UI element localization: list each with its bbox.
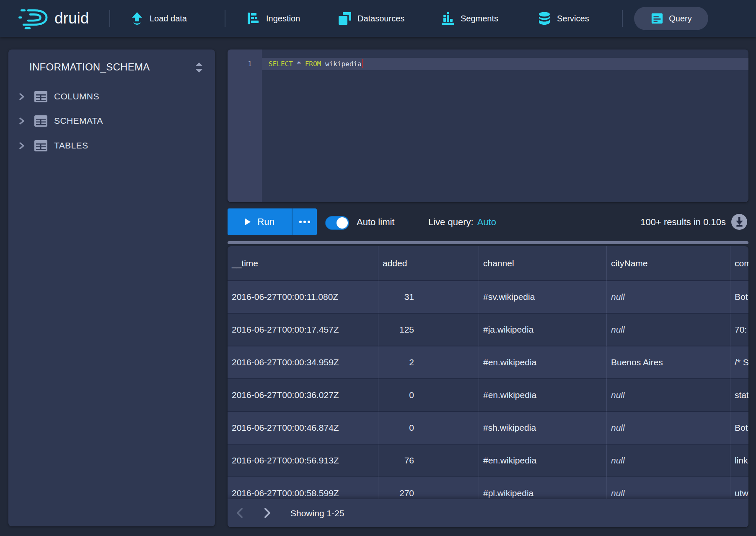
- brand-wordmark: druid: [54, 10, 89, 27]
- table-cell[interactable]: link: [730, 445, 748, 477]
- download-results-button[interactable]: [731, 214, 747, 230]
- double-caret-vertical-icon[interactable]: [194, 62, 204, 73]
- chevron-right-icon[interactable]: [18, 93, 25, 100]
- table-cell[interactable]: 125: [378, 314, 479, 346]
- table-cell[interactable]: Buenos Aires: [607, 346, 730, 379]
- nav-item-query-active[interactable]: Query: [634, 7, 708, 30]
- pagination-footer: Showing 1-25: [228, 499, 748, 527]
- table-cell[interactable]: 2: [378, 346, 479, 379]
- table-cell[interactable]: 2016-06-27T00:00:36.027Z: [228, 379, 378, 412]
- nav-item-label: Segments: [461, 14, 498, 23]
- table-cell[interactable]: 2016-06-27T00:00:11.080Z: [228, 281, 378, 314]
- chevron-right-icon[interactable]: [18, 117, 25, 125]
- auto-limit-toggle[interactable]: [325, 216, 349, 230]
- table-cell[interactable]: #sh.wikipedia: [479, 412, 607, 445]
- bar-chart-icon: [441, 11, 455, 26]
- results-body: 2016-06-27T00:00:11.080Z31#sv.wikipedian…: [228, 281, 748, 510]
- table-row: 2016-06-27T00:00:46.874Z0#sh.wikipedianu…: [228, 412, 748, 445]
- schema-title: INFORMATION_SCHEMA: [29, 61, 150, 73]
- table-cell[interactable]: 2016-06-27T00:00:56.913Z: [228, 445, 378, 477]
- table-cell[interactable]: #sv.wikipedia: [479, 281, 607, 314]
- sidebar-item-label: COLUMNS: [54, 91, 99, 101]
- run-bar: Run Auto limit Live query: Auto 100+ res…: [0, 202, 756, 246]
- previous-page-button[interactable]: [232, 505, 247, 520]
- table-cell[interactable]: 2016-06-27T00:00:46.874Z: [228, 412, 378, 445]
- navbar-separator: [109, 10, 110, 27]
- table-cell[interactable]: null: [607, 445, 730, 477]
- run-more-options-button[interactable]: [292, 208, 317, 235]
- table-cell[interactable]: null: [607, 314, 730, 346]
- table-cell[interactable]: 31: [378, 281, 479, 314]
- live-query-value[interactable]: Auto: [477, 217, 496, 228]
- table-cell[interactable]: #en.wikipedia: [479, 379, 607, 412]
- sql-query-text[interactable]: SELECT * FROM wikipedia: [269, 58, 363, 70]
- column-header-channel[interactable]: channel: [479, 246, 607, 281]
- results-header-row: __timeaddedchannelcityNamecomment: [228, 246, 748, 281]
- table-cell[interactable]: #en.wikipedia: [479, 445, 607, 477]
- sidebar-item-columns[interactable]: COLUMNS: [8, 87, 215, 106]
- live-query-control: Live query: Auto: [428, 202, 496, 242]
- table-cell[interactable]: stat: [730, 379, 748, 412]
- nav-item-segments[interactable]: Segments: [441, 0, 498, 37]
- query-results-panel: __timeaddedchannelcityNamecomment 2016-0…: [228, 246, 748, 527]
- table-cell[interactable]: null: [607, 281, 730, 314]
- nav-item-label: Services: [557, 14, 589, 23]
- table-cell[interactable]: #en.wikipedia: [479, 346, 607, 379]
- table-cell[interactable]: null: [607, 379, 730, 412]
- table-row: 2016-06-27T00:00:17.457Z125#ja.wikipedia…: [228, 314, 748, 346]
- table-cell[interactable]: #ja.wikipedia: [479, 314, 607, 346]
- table-cell[interactable]: 70:: [730, 314, 748, 346]
- sql-editor[interactable]: 1 SELECT * FROM wikipedia: [228, 49, 748, 202]
- column-header-added[interactable]: added: [378, 246, 479, 281]
- nav-item-services[interactable]: Services: [537, 0, 589, 37]
- table-cell[interactable]: 0: [378, 412, 479, 445]
- table-cell[interactable]: 0: [378, 379, 479, 412]
- run-button[interactable]: Run: [228, 208, 292, 235]
- sql-star: *: [297, 60, 301, 68]
- table-cell[interactable]: /* S: [730, 346, 748, 379]
- dot: [299, 221, 302, 223]
- nav-item-datasources[interactable]: Datasources: [338, 0, 404, 37]
- table-icon: [34, 115, 47, 127]
- next-page-button[interactable]: [260, 505, 275, 520]
- table-cell[interactable]: 76: [378, 445, 479, 477]
- sidebar-item-schemata[interactable]: SCHEMATA: [8, 111, 215, 130]
- druid-brand[interactable]: druid: [18, 6, 89, 30]
- navbar-separator: [622, 10, 623, 27]
- navbar-separator: [225, 10, 225, 27]
- schema-sidebar: INFORMATION_SCHEMA COLUMNS SCHEMATA TABL…: [8, 49, 215, 526]
- table-cell[interactable]: null: [607, 412, 730, 445]
- nav-item-label: Ingestion: [266, 14, 300, 23]
- column-header-cityName[interactable]: cityName: [607, 246, 730, 281]
- database-icon: [537, 11, 551, 26]
- showing-range-label: Showing 1-25: [290, 499, 344, 527]
- auto-limit-label: Auto limit: [357, 202, 394, 242]
- sidebar-item-tables[interactable]: TABLES: [8, 136, 215, 155]
- chevron-left-icon: [236, 507, 244, 518]
- upload-icon: [130, 11, 144, 26]
- results-count-text: 100+ results in 0.10s: [640, 202, 726, 242]
- column-header-comment[interactable]: comment: [730, 246, 748, 281]
- horizontal-scrollbar[interactable]: [228, 241, 748, 244]
- run-button-group: Run: [228, 208, 317, 235]
- nav-item-load-data[interactable]: Load data: [130, 0, 187, 37]
- dot: [308, 221, 310, 223]
- top-navbar: druid Load data Ingestion: [0, 0, 756, 37]
- table-row: 2016-06-27T00:00:11.080Z31#sv.wikipedian…: [228, 281, 748, 314]
- download-icon: [731, 214, 747, 230]
- column-header-__time[interactable]: __time: [228, 246, 378, 281]
- table-cell[interactable]: 2016-06-27T00:00:34.959Z: [228, 346, 378, 379]
- table-cell[interactable]: 2016-06-27T00:00:17.457Z: [228, 314, 378, 346]
- nav-item-ingestion[interactable]: Ingestion: [246, 0, 300, 37]
- dot: [303, 221, 306, 223]
- nav-item-label: Query: [669, 14, 691, 23]
- live-query-label: Live query:: [428, 217, 474, 228]
- table-cell[interactable]: Bot: [730, 281, 748, 314]
- sidebar-item-label: TABLES: [54, 141, 88, 151]
- table-icon: [34, 91, 47, 102]
- table-cell[interactable]: Bot: [730, 412, 748, 445]
- nav-item-label: Datasources: [357, 14, 404, 23]
- chevron-right-icon[interactable]: [18, 142, 25, 149]
- table-row: 2016-06-27T00:00:34.959Z2#en.wikipediaBu…: [228, 346, 748, 379]
- chevron-right-icon: [263, 507, 272, 518]
